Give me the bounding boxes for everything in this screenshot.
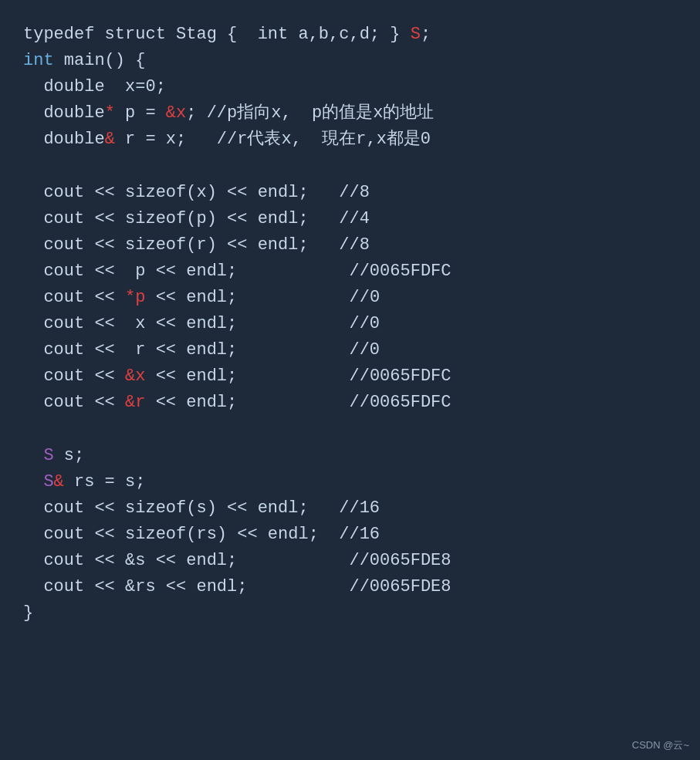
code-line-10: cout << *p << endl; //0 xyxy=(23,285,677,311)
code-line-6: cout << sizeof(x) << endl; //8 xyxy=(23,180,677,206)
code-block: typedef struct Stag { int a,b,c,d; } S; … xyxy=(23,22,677,627)
code-line-5: double& r = x; //r代表x, 現在r,x都是0 xyxy=(23,127,677,153)
code-line-4: double* p = &x; //p指向x, p的值是x的地址 xyxy=(23,100,677,127)
code-line-17: cout << sizeof(s) << endl; //16 xyxy=(23,495,677,522)
code-line-8: cout << sizeof(r) << endl; //8 xyxy=(23,232,677,258)
code-container: typedef struct Stag { int a,b,c,d; } S; … xyxy=(0,0,700,760)
code-line-16: S& rs = s; xyxy=(23,469,677,495)
code-line-19: cout << &s << endl; //0065FDE8 xyxy=(23,548,677,574)
code-line-21: } xyxy=(23,600,677,627)
code-line-15: S s; xyxy=(23,443,677,469)
code-line-14: cout << &r << endl; //0065FDFC xyxy=(23,390,677,416)
code-line-3: double x=0; xyxy=(23,74,677,100)
empty-line-2 xyxy=(23,416,677,442)
code-line-18: cout << sizeof(rs) << endl; //16 xyxy=(23,522,677,548)
empty-line-1 xyxy=(23,153,677,179)
code-line-20: cout << &rs << endl; //0065FDE8 xyxy=(23,574,677,600)
code-line-13: cout << &x << endl; //0065FDFC xyxy=(23,363,677,390)
code-line-1: typedef struct Stag { int a,b,c,d; } S; xyxy=(23,22,677,48)
code-line-7: cout << sizeof(p) << endl; //4 xyxy=(23,206,677,232)
watermark: CSDN @云~ xyxy=(632,738,689,752)
code-line-9: cout << p << endl; //0065FDFC xyxy=(23,258,677,285)
code-line-12: cout << r << endl; //0 xyxy=(23,337,677,363)
code-line-11: cout << x << endl; //0 xyxy=(23,311,677,337)
code-line-2: int main() { xyxy=(23,48,677,74)
